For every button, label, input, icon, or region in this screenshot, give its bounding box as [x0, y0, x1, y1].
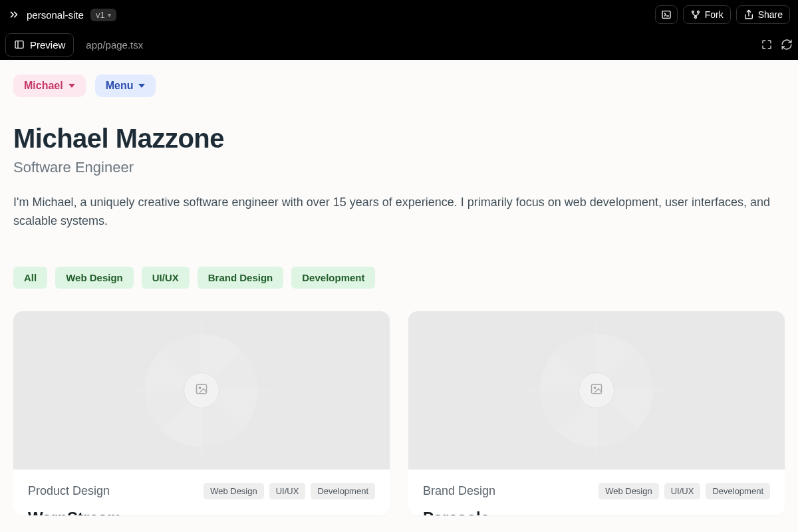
project-card[interactable]: Brand Design Web Design UI/UX Developmen…	[408, 311, 785, 515]
tab-file-label: app/page.tsx	[86, 39, 143, 51]
svg-point-11	[594, 387, 596, 389]
bio-text: I'm Michael, a uniquely creative softwar…	[13, 194, 785, 231]
page-subtitle: Software Engineer	[13, 159, 785, 176]
filter-all[interactable]: All	[13, 267, 47, 289]
share-label: Share	[758, 9, 783, 20]
hero-section: Michael Mazzone Software Engineer I'm Mi…	[0, 97, 798, 247]
chevron-down-icon	[138, 84, 145, 88]
version-selector[interactable]: v1 ▾	[90, 9, 116, 21]
svg-rect-10	[592, 384, 602, 393]
pill-menu[interactable]: Menu	[95, 74, 156, 97]
version-label: v1	[96, 10, 105, 20]
card-tags: Web Design UI/UX Development	[598, 483, 770, 499]
top-bar-right: Fork Share	[655, 5, 790, 24]
page-title: Michael Mazzone	[13, 124, 785, 154]
svg-rect-8	[197, 384, 207, 393]
fullscreen-icon[interactable]	[761, 39, 773, 51]
tab-preview[interactable]: Preview	[5, 33, 74, 57]
refresh-icon[interactable]	[781, 39, 793, 51]
card-tag: Development	[311, 483, 375, 499]
chevrons-right-icon[interactable]	[8, 9, 20, 21]
tab-file[interactable]: app/page.tsx	[78, 34, 151, 56]
card-category: Product Design	[28, 484, 110, 498]
panel-icon	[14, 39, 25, 50]
card-image-placeholder	[408, 311, 785, 469]
card-title: WarpStream	[28, 509, 375, 515]
filter-row: All Web Design UI/UX Brand Design Develo…	[0, 247, 798, 289]
tabs-right	[761, 39, 793, 51]
tabs-bar: Preview app/page.tsx	[0, 29, 798, 60]
card-tag: UI/UX	[269, 483, 306, 499]
card-tag: UI/UX	[664, 483, 701, 499]
fork-button[interactable]: Fork	[683, 5, 731, 24]
svg-rect-6	[15, 41, 23, 49]
card-category: Brand Design	[423, 484, 495, 498]
cards-grid: Product Design Web Design UI/UX Developm…	[0, 289, 798, 515]
card-tag: Development	[706, 483, 770, 499]
image-placeholder-icon	[195, 382, 208, 398]
filter-ui-ux[interactable]: UI/UX	[142, 267, 190, 289]
card-tag: Web Design	[203, 483, 264, 499]
pill-michael-label: Michael	[24, 80, 63, 92]
top-bar-left: personal-site v1 ▾	[8, 9, 116, 21]
pill-michael[interactable]: Michael	[13, 74, 86, 97]
pill-menu-label: Menu	[106, 80, 134, 92]
project-name[interactable]: personal-site	[27, 9, 84, 21]
card-image-placeholder	[13, 311, 390, 469]
filter-brand-design[interactable]: Brand Design	[198, 267, 284, 289]
card-title: Parasole	[423, 509, 770, 515]
filter-development[interactable]: Development	[291, 267, 375, 289]
chevron-down-icon	[68, 84, 75, 88]
image-placeholder-icon	[590, 382, 603, 398]
fork-label: Fork	[705, 9, 724, 20]
card-body: Brand Design Web Design UI/UX Developmen…	[408, 469, 785, 515]
top-bar: personal-site v1 ▾ Fork Share	[0, 0, 798, 29]
card-body: Product Design Web Design UI/UX Developm…	[13, 469, 390, 515]
tab-preview-label: Preview	[30, 39, 65, 51]
chevron-down-icon: ▾	[108, 11, 111, 19]
svg-point-9	[199, 387, 201, 389]
pill-row: Michael Menu	[0, 60, 798, 97]
preview-frame: Michael Menu Michael Mazzone Software En…	[0, 60, 798, 532]
project-card[interactable]: Product Design Web Design UI/UX Developm…	[13, 311, 390, 515]
filter-web-design[interactable]: Web Design	[55, 267, 134, 289]
terminal-button[interactable]	[655, 5, 678, 24]
card-tag: Web Design	[598, 483, 659, 499]
share-button[interactable]: Share	[736, 5, 790, 24]
card-tags: Web Design UI/UX Development	[203, 483, 375, 499]
